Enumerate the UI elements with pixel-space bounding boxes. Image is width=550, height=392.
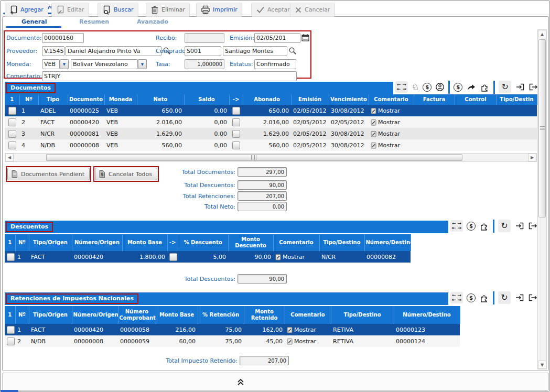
descuentos-row-1[interactable]: 1 FACT 00000420 1.800,00 5,00 90,00 Most… [5,251,411,263]
currency-icon[interactable]: $ [423,83,432,92]
import-icon[interactable] [515,82,525,92]
refresh-icon[interactable]: ↻ [498,291,511,304]
documentos-row-3[interactable]: 3 N/CR 00000081 VEB 1.629,00 0,00 1.629,… [5,128,537,139]
row-checkbox[interactable] [8,118,16,126]
knight-icon[interactable]: ♘ [412,83,419,91]
cell-tipo: N/DB [38,139,68,151]
row-checkbox[interactable] [7,253,15,261]
puzzle-icon[interactable] [479,221,489,231]
tab-general[interactable]: General [21,18,47,25]
scroll-right-icon[interactable]: ▶ [528,154,536,161]
recibo-field[interactable] [185,33,224,43]
import-icon[interactable] [514,293,524,302]
cancelar-button[interactable]: Cancelar [290,3,335,17]
row-checkbox[interactable] [7,337,15,345]
cell-monto-retenido: 45,00 [244,335,285,347]
scroll-left-icon[interactable]: ◀ [5,154,14,161]
calendar-icon[interactable] [301,34,309,42]
row-checkbox[interactable] [8,141,16,149]
cell-tipo-origen: N/DB [29,335,72,347]
row-abono-checkbox[interactable] [232,141,240,149]
refresh-icon[interactable]: ↻ [498,220,511,232]
currency-icon[interactable]: $ [454,83,462,92]
cell-moneda: VEB [104,105,137,116]
documentos-pendientes-button[interactable]: Documentos Pendient [7,168,90,180]
scroll-up-icon[interactable]: ▲ [538,30,546,38]
cell-abonado: 650,00 [243,105,291,116]
cell-tipo-origen: FACT [29,324,72,335]
retenciones-row-1[interactable]: 1 FACT 00000420 00000058 216,00 75,00 16… [5,324,460,335]
documento-field[interactable]: 00000160 [42,33,84,43]
comprador-code-field[interactable]: S001 [185,46,221,56]
row-checkbox[interactable] [7,326,15,334]
editar-button[interactable]: Editar [51,3,89,17]
mostrar-link[interactable]: Mostrar [371,130,412,137]
moneda-code-dropdown-icon[interactable]: ▼ [60,59,69,69]
moneda-code-select[interactable]: VEB [42,59,60,69]
moneda-name-select[interactable]: Bolivar Venezolano [71,59,138,69]
col-tipo-destino: Tipo/Destin [497,94,537,105]
moneda-name-dropdown-icon[interactable]: ▼ [138,59,147,69]
documentos-hscrollbar[interactable]: ◀ ▶ [5,153,537,162]
row-checkbox[interactable] [8,130,16,138]
collapse-toolbar-icon[interactable] [236,377,245,387]
row-abono-checkbox[interactable] [232,107,240,115]
documentos-row-4[interactable]: 4 N/DB 00000008 VEB 560,00 0,00 560,00 0… [5,139,537,151]
comprador-name-field[interactable]: Santiago Montes [223,46,287,56]
cell-n: 4 [19,139,38,151]
mostrar-link[interactable]: Mostrar [371,119,412,126]
vscroll-thumb[interactable] [538,39,546,217]
currency-icon[interactable]: $ [467,222,476,231]
puzzle-icon[interactable] [480,82,490,92]
main-vscrollbar[interactable]: ▲ ▼ [537,29,547,369]
forward-arrow-icon[interactable] [466,83,476,91]
documentos-row-2[interactable]: 2 FACT 00000420 VEB 2.016,00 0,00 2.016,… [5,116,537,128]
comentario-field[interactable]: STRJY [42,71,297,81]
col-numero-origen: Número/Origen [72,306,118,324]
retenciones-row-2[interactable]: 2 N/DB 00000008 00000059 60,00 75,00 45,… [5,335,460,347]
buscar-button[interactable]: Buscar [98,3,138,17]
row-abono-checkbox[interactable] [232,130,240,138]
documentos-row-1[interactable]: 1 ADEL 00000025 VEB 650,00 0,00 650,00 0… [5,105,537,116]
emision-field[interactable]: 02/05/201 [254,33,300,43]
toolbar-separator [493,81,495,94]
mostrar-link[interactable]: Mostrar [275,254,317,260]
col-emision: Emisión [291,94,329,105]
proveedor-code-field[interactable]: V.15456 [42,46,64,56]
refresh-icon[interactable]: ↻ [499,81,511,93]
aceptar-button[interactable]: Aceptar [251,3,295,17]
proveedor-name-field[interactable]: Daniel Alejandro Pinto Va [66,46,161,56]
cell-pct: 75,00 [198,335,244,347]
scroll-down-icon[interactable]: ▼ [538,361,546,369]
export-icon[interactable] [528,293,538,302]
currency-icon[interactable]: $ [467,293,476,302]
imprimir-button[interactable]: Imprimir [196,3,242,17]
cell-moneda: VEB [104,139,137,151]
col-n: Nº [15,234,29,251]
tab-avanzado[interactable]: Avanzado [137,18,168,25]
mostrar-link[interactable]: Mostrar [287,326,329,333]
column-resize-icon[interactable]: ← →⇤ ⇥ [450,220,463,232]
person-icon[interactable] [435,82,445,92]
comprador-search-icon[interactable] [288,47,297,55]
hscroll-thumb[interactable] [46,154,462,161]
column-resize-icon[interactable]: ← →⇤ ⇥ [450,292,463,303]
puzzle-icon[interactable] [479,293,489,303]
cell-vencimiento: 30/08/2012 [329,128,369,139]
row-abono-checkbox[interactable] [232,118,240,126]
row-arrow-checkbox[interactable] [169,253,177,261]
mostrar-link[interactable]: Mostrar [371,107,412,114]
tab-resumen[interactable]: Resumen [79,18,109,25]
eliminar-button[interactable]: Eliminar [146,3,190,17]
mostrar-link[interactable]: Mostrar [287,338,329,345]
cancelar-todos-button[interactable]: $ Cancelar Todos [95,168,157,180]
agregar-button[interactable]: Agregar [5,3,48,17]
column-resize-icon[interactable]: ← →⇤ ⇥ [395,81,408,93]
export-icon[interactable] [528,221,538,231]
total-documentos-label: Total Documentos: [157,169,235,176]
import-icon[interactable] [514,221,524,231]
mostrar-link[interactable]: Mostrar [371,142,412,149]
bottom-left-accent [1,390,18,392]
row-checkbox[interactable] [8,107,16,115]
search-document-icon [102,5,111,15]
